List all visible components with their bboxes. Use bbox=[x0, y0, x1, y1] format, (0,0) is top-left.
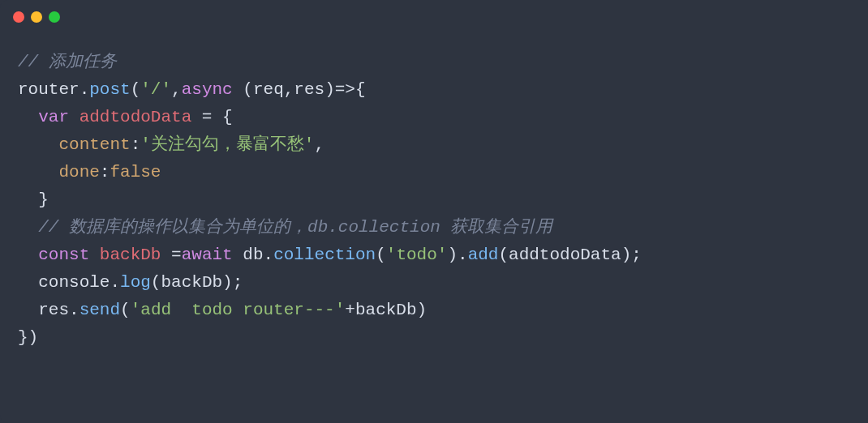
add-method: add bbox=[468, 246, 499, 264]
code-editor[interactable]: // 添加任务 router.post('/',async (req,res)=… bbox=[18, 49, 850, 352]
space bbox=[233, 246, 243, 264]
zoom-icon[interactable] bbox=[49, 11, 60, 23]
plus: + bbox=[345, 301, 355, 319]
await-keyword: await bbox=[182, 246, 233, 264]
colon: : bbox=[100, 163, 110, 182]
comma: , bbox=[171, 80, 182, 99]
var-ref: backDb bbox=[161, 273, 222, 292]
paren-semi: ); bbox=[621, 246, 642, 264]
paren-semi: ); bbox=[222, 273, 243, 292]
var-name: backDb bbox=[100, 246, 161, 264]
comma: , bbox=[284, 80, 294, 99]
arrow-brace: =>{ bbox=[335, 80, 366, 99]
comma: , bbox=[314, 135, 324, 154]
equals: = bbox=[191, 108, 222, 126]
dot: . bbox=[458, 246, 468, 264]
log-method: log bbox=[120, 273, 151, 292]
comment-line: // 添加任务 bbox=[18, 53, 117, 71]
done-key: done bbox=[58, 163, 99, 182]
paren: ( bbox=[120, 301, 131, 319]
collection-method: collection bbox=[273, 246, 376, 264]
post-method: post bbox=[89, 80, 130, 99]
colon: : bbox=[131, 135, 141, 154]
paren: ) bbox=[324, 80, 335, 99]
dot: . bbox=[264, 246, 274, 264]
comment-line: // 数据库的操作以集合为单位的，db.collection 获取集合引用 bbox=[38, 218, 552, 237]
window-controls bbox=[13, 11, 60, 23]
minimize-icon[interactable] bbox=[31, 11, 42, 23]
close-icon[interactable] bbox=[13, 11, 24, 23]
paren: ( bbox=[243, 80, 253, 99]
var-ref: backDb bbox=[355, 301, 417, 319]
content-key: content bbox=[58, 135, 130, 154]
dot: . bbox=[110, 273, 120, 292]
req-param: req bbox=[253, 80, 284, 99]
brace: } bbox=[38, 190, 49, 209]
res-object: res bbox=[38, 301, 69, 319]
console-object: console bbox=[38, 273, 110, 292]
send-method: send bbox=[79, 301, 120, 319]
var-name: addtodoData bbox=[79, 108, 192, 126]
false-literal: false bbox=[110, 163, 161, 182]
dot: . bbox=[79, 80, 90, 99]
paren: ( bbox=[498, 246, 509, 264]
paren: ) bbox=[417, 301, 428, 319]
paren: ) bbox=[447, 246, 458, 264]
todo-string: 'todo' bbox=[386, 246, 448, 264]
db-object: db bbox=[243, 246, 263, 264]
var-ref: addtodoData bbox=[509, 246, 621, 264]
space bbox=[233, 80, 243, 99]
router-object: router bbox=[18, 80, 79, 99]
close-brace-paren: }) bbox=[18, 328, 38, 347]
route-string: '/' bbox=[140, 80, 171, 99]
paren: ( bbox=[376, 246, 386, 264]
send-string: 'add todo router---' bbox=[131, 301, 346, 319]
dot: . bbox=[69, 301, 79, 319]
paren: ( bbox=[131, 80, 141, 99]
content-string: '关注勾勾，暴富不愁' bbox=[140, 135, 314, 154]
equals: = bbox=[161, 246, 181, 264]
paren: ( bbox=[151, 273, 161, 292]
var-keyword: var bbox=[38, 108, 69, 126]
async-keyword: async bbox=[182, 80, 233, 99]
code-window: // 添加任务 router.post('/',async (req,res)=… bbox=[0, 0, 868, 423]
const-keyword: const bbox=[38, 246, 89, 264]
res-param: res bbox=[294, 80, 324, 99]
brace: { bbox=[222, 108, 233, 126]
